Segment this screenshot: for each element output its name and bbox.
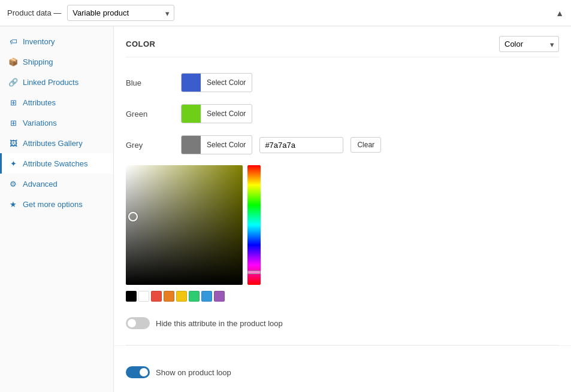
sidebar: 🏷 Inventory 📦 Shipping 🔗 Linked Products… [0,26,114,392]
preset-purple[interactable] [214,291,225,302]
color-title: COLOR [126,39,155,48]
sidebar-label-attributes-gallery: Attributes Gallery [23,139,83,148]
attribute-swatches-icon: ✦ [8,159,18,168]
blue-swatch [182,74,201,92]
sidebar-item-variations[interactable]: ⊞ Variations [0,113,113,133]
color-row-blue: Blue Select Color [126,67,559,98]
linked-products-icon: 🔗 [8,77,18,87]
attributes-icon: ⊞ [8,98,18,107]
color-name-grey: Grey [126,141,174,150]
green-swatch [182,105,201,123]
sidebar-item-attributes[interactable]: ⊞ Attributes [0,92,113,113]
top-bar: Product data — Variable product Simple p… [0,0,571,26]
clear-button[interactable]: Clear [351,137,381,153]
sidebar-label-attributes: Attributes [23,98,56,107]
sidebar-item-linked-products[interactable]: 🔗 Linked Products [0,72,113,92]
preset-red[interactable] [151,291,162,302]
product-type-select-wrapper: Variable product Simple product Grouped … [67,5,174,21]
grey-color-input[interactable] [259,137,343,153]
hide-attribute-toggle[interactable] [126,317,150,329]
sidebar-label-variations: Variations [23,118,57,127]
bottom-toggles: Show on product loop Enable attribute sw… [114,345,571,392]
attributes-gallery-icon: 🖼 [8,138,18,148]
preset-black[interactable] [126,291,137,302]
sidebar-item-shipping[interactable]: 📦 Shipping [0,51,113,72]
main-layout: 🏷 Inventory 📦 Shipping 🔗 Linked Products… [0,26,571,392]
blue-select-color-button[interactable]: Select Color [181,73,252,92]
hide-attribute-label: Hide this attribute in the product loop [156,319,283,328]
top-bar-left: Product data — Variable product Simple p… [7,5,174,21]
preset-yellow[interactable] [176,291,187,302]
shipping-icon: 📦 [8,57,18,66]
color-name-blue: Blue [126,78,174,87]
hide-attribute-toggle-row: Hide this attribute in the product loop [126,311,559,335]
green-select-label: Select Color [201,107,252,121]
sidebar-label-attribute-swatches: Attribute Swatches [23,159,87,168]
content-area: COLOR Color Image Label Blue Select [114,26,571,392]
color-header: COLOR Color Image Label [126,36,559,57]
color-name-green: Green [126,110,174,118]
sidebar-item-attribute-swatches[interactable]: ✦ Attribute Swatches [0,153,113,174]
sidebar-item-advanced[interactable]: ⚙ Advanced [0,174,113,194]
sidebar-label-advanced: Advanced [23,180,58,189]
variations-icon: ⊞ [8,118,18,127]
show-on-product-loop-label: Show on product loop [156,368,231,377]
hue-handle[interactable] [247,271,261,274]
show-on-product-loop-toggle[interactable] [126,366,150,378]
color-row-green: Green Select Color [126,98,559,129]
color-section: COLOR Color Image Label Blue Select [114,26,571,345]
preset-green[interactable] [189,291,200,302]
inventory-icon: 🏷 [8,37,18,46]
sidebar-item-inventory[interactable]: 🏷 Inventory [0,31,113,51]
picker-dot[interactable] [128,212,138,221]
show-on-product-loop-row: Show on product loop [126,360,559,384]
sidebar-item-attributes-gallery[interactable]: 🖼 Attributes Gallery [0,133,113,153]
color-gradient[interactable] [126,165,243,285]
color-row-grey: Grey Select Color Clear [126,129,559,160]
color-type-select[interactable]: Color Image Label [499,36,559,52]
advanced-icon: ⚙ [8,179,18,189]
gradient-background [126,165,243,285]
hue-slider[interactable] [247,165,261,285]
hide-attribute-slider [126,317,150,329]
color-type-select-wrapper: Color Image Label [499,36,559,52]
presets-row [126,291,243,302]
show-on-product-loop-slider [126,366,150,378]
sidebar-label-inventory: Inventory [23,37,55,46]
sidebar-label-get-more-options: Get more options [23,200,83,209]
green-select-color-button[interactable]: Select Color [181,104,252,123]
preset-orange[interactable] [164,291,174,302]
sidebar-label-shipping: Shipping [23,57,53,66]
blue-select-label: Select Color [201,75,252,90]
get-more-options-icon: ★ [8,199,18,209]
sidebar-label-linked-products: Linked Products [23,78,78,87]
product-data-label: Product data — [7,8,61,17]
preset-white[interactable] [138,291,149,302]
product-type-select[interactable]: Variable product Simple product Grouped … [67,5,174,21]
collapse-button[interactable]: ▲ [555,8,564,18]
grey-select-color-button[interactable]: Select Color [181,135,252,154]
color-picker-container [126,165,559,302]
sidebar-item-get-more-options[interactable]: ★ Get more options [0,194,113,214]
preset-blue[interactable] [201,291,212,302]
grey-select-label: Select Color [201,138,252,152]
grey-swatch [182,136,201,154]
